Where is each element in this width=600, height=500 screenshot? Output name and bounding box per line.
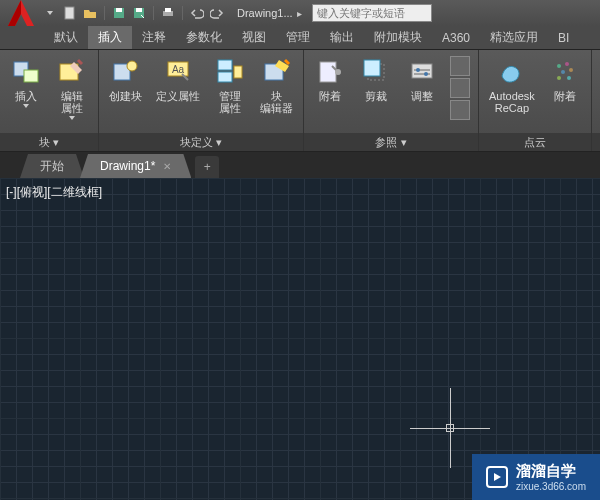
- undo-icon[interactable]: [189, 5, 205, 21]
- attach-button[interactable]: 附着: [310, 54, 350, 129]
- svg-point-19: [335, 69, 341, 75]
- svg-rect-4: [136, 8, 142, 12]
- svg-point-30: [567, 76, 571, 80]
- panel-overflow: [592, 50, 600, 151]
- svg-rect-15: [218, 72, 232, 82]
- define-attributes-button[interactable]: Aa 定义属性: [152, 54, 204, 129]
- svg-point-29: [557, 76, 561, 80]
- edit-attributes-button[interactable]: 编辑 属性: [52, 54, 92, 129]
- svg-rect-16: [234, 66, 242, 78]
- adjust-button[interactable]: 调整: [402, 54, 442, 129]
- title-arrow-icon[interactable]: ▸: [297, 8, 302, 19]
- add-tab-button[interactable]: +: [195, 156, 219, 178]
- chevron-down-icon: [23, 104, 29, 108]
- tab-addins[interactable]: 附加模块: [364, 26, 432, 49]
- adjust-icon: [406, 56, 438, 88]
- svg-point-24: [424, 72, 428, 76]
- document-tabs: 开始 Drawing1* ✕ +: [0, 152, 600, 178]
- edit-attr-icon: [56, 56, 88, 88]
- play-icon: [486, 466, 508, 488]
- create-block-button[interactable]: 创建块: [105, 54, 146, 129]
- tab-bi[interactable]: BI: [548, 26, 579, 49]
- svg-rect-2: [116, 8, 122, 12]
- panel-title-block[interactable]: 块 ▾: [0, 133, 98, 151]
- watermark: 溜溜自学 zixue.3d66.com: [472, 454, 600, 500]
- tab-featured[interactable]: 精选应用: [480, 26, 548, 49]
- recap-icon: [496, 56, 528, 88]
- save-icon[interactable]: [111, 5, 127, 21]
- panel-reference: 附着 剪裁 调整 参照 ▾: [304, 50, 479, 151]
- ref-small-1[interactable]: [450, 56, 470, 76]
- new-icon[interactable]: [62, 5, 78, 21]
- titlebar: Drawing1... ▸: [0, 0, 600, 26]
- doctab-start[interactable]: 开始: [20, 154, 84, 178]
- panel-block-definition: 创建块 Aa 定义属性 管理 属性 块 编辑器 块定义 ▾: [99, 50, 304, 151]
- svg-rect-14: [218, 60, 232, 70]
- panel-title-pointcloud[interactable]: 点云: [479, 133, 591, 151]
- attach-pointcloud-button[interactable]: 附着: [545, 54, 585, 129]
- search-input[interactable]: [312, 4, 432, 22]
- panel-title-overflow: [592, 133, 600, 151]
- attach-cloud-icon: [549, 56, 581, 88]
- canvas-grid: [0, 178, 600, 500]
- saveas-icon[interactable]: [131, 5, 147, 21]
- tab-view[interactable]: 视图: [232, 26, 276, 49]
- open-icon[interactable]: [82, 5, 98, 21]
- panel-title-blockdef[interactable]: 块定义 ▾: [99, 133, 303, 151]
- svg-rect-22: [412, 64, 432, 78]
- tab-output[interactable]: 输出: [320, 26, 364, 49]
- ref-small-3[interactable]: [450, 100, 470, 120]
- recap-button[interactable]: Autodesk ReCap: [485, 54, 539, 129]
- svg-rect-21: [364, 60, 380, 76]
- panel-block: 插入 编辑 属性 块 ▾: [0, 50, 99, 151]
- document-title: Drawing1...: [237, 7, 293, 19]
- ref-small-2[interactable]: [450, 78, 470, 98]
- svg-rect-8: [24, 70, 38, 82]
- create-block-icon: [110, 56, 142, 88]
- tab-manage[interactable]: 管理: [276, 26, 320, 49]
- clip-icon: [360, 56, 392, 88]
- svg-point-23: [416, 68, 420, 72]
- viewport-label[interactable]: [-][俯视][二维线框]: [6, 184, 102, 201]
- doctab-drawing1[interactable]: Drawing1* ✕: [80, 154, 191, 178]
- clip-button[interactable]: 剪裁: [356, 54, 396, 129]
- app-logo[interactable]: [4, 0, 38, 30]
- qat-dropdown[interactable]: [42, 5, 58, 21]
- ribbon: 插入 编辑 属性 块 ▾ 创建块 Aa 定义属性 管理 属性: [0, 50, 600, 152]
- tab-default[interactable]: 默认: [44, 26, 88, 49]
- tab-annotate[interactable]: 注释: [132, 26, 176, 49]
- svg-point-26: [565, 62, 569, 66]
- manage-attr-icon: [214, 56, 246, 88]
- svg-point-27: [561, 70, 565, 74]
- define-attr-icon: Aa: [162, 56, 194, 88]
- block-editor-button[interactable]: 块 编辑器: [256, 54, 297, 129]
- ribbon-tabs: 默认 插入 注释 参数化 视图 管理 输出 附加模块 A360 精选应用 BI: [0, 26, 600, 50]
- insert-block-icon: [10, 56, 42, 88]
- chevron-down-icon: [69, 116, 75, 120]
- svg-rect-0: [65, 7, 74, 19]
- svg-point-11: [127, 61, 137, 71]
- print-icon[interactable]: [160, 5, 176, 21]
- tab-a360[interactable]: A360: [432, 26, 480, 49]
- redo-icon[interactable]: [209, 5, 225, 21]
- panel-pointcloud: Autodesk ReCap 附着 点云: [479, 50, 592, 151]
- drawing-canvas[interactable]: [-][俯视][二维线框] 溜溜自学 zixue.3d66.com: [0, 178, 600, 500]
- insert-button[interactable]: 插入: [6, 54, 46, 129]
- close-icon[interactable]: ✕: [163, 161, 171, 172]
- svg-rect-18: [320, 62, 336, 82]
- panel-title-reference[interactable]: 参照 ▾: [304, 133, 478, 151]
- manage-attributes-button[interactable]: 管理 属性: [210, 54, 250, 129]
- attach-icon: [314, 56, 346, 88]
- tab-parametric[interactable]: 参数化: [176, 26, 232, 49]
- tab-insert[interactable]: 插入: [88, 26, 132, 49]
- block-editor-icon: [261, 56, 293, 88]
- svg-rect-6: [165, 8, 171, 12]
- svg-point-28: [569, 68, 573, 72]
- svg-point-25: [557, 64, 561, 68]
